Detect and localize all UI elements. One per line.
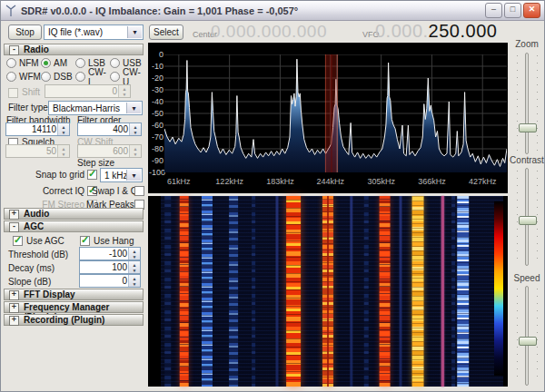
section-header-frequency-manager[interactable]: + Frequency Manager (Plugin) bbox=[4, 301, 144, 313]
threshold-label: Threshold (dB) bbox=[8, 250, 68, 260]
expand-icon[interactable]: + bbox=[9, 316, 19, 326]
y-tick-label: -60 bbox=[149, 121, 164, 130]
waterfall-signal-stripe bbox=[286, 196, 301, 387]
filter-type-select[interactable]: Blackman-Harris ▾ bbox=[48, 101, 143, 115]
contrast-slider-thumb[interactable] bbox=[519, 216, 537, 225]
waterfall-signal-stripe bbox=[411, 196, 423, 387]
spinner-icon[interactable]: ▲▼ bbox=[128, 248, 140, 260]
contrast-slider-label: Contrast bbox=[508, 155, 545, 165]
spectrum-plot[interactable] bbox=[164, 54, 507, 172]
swap-iq-label: Swap I & Q bbox=[92, 186, 132, 196]
filter-order-input[interactable]: 400 ▲▼ bbox=[77, 122, 142, 136]
waterfall-display[interactable] bbox=[148, 196, 508, 387]
squelch-input[interactable]: 50 ▲▼ bbox=[5, 144, 70, 158]
waterfall-signal-stripe bbox=[252, 196, 255, 387]
mode-option-nfm[interactable]: NFM bbox=[6, 56, 41, 70]
stop-button[interactable]: Stop bbox=[8, 24, 42, 40]
snap-to-grid-checkbox[interactable] bbox=[87, 170, 97, 180]
chevron-down-icon[interactable]: ▾ bbox=[126, 170, 141, 181]
spinner-icon[interactable]: ▲▼ bbox=[57, 145, 69, 157]
speed-slider[interactable] bbox=[525, 286, 529, 386]
maximize-button[interactable]: □ bbox=[504, 3, 521, 18]
correct-iq-label: Correct IQ bbox=[8, 186, 84, 196]
shift-checkbox[interactable] bbox=[8, 88, 18, 98]
section-header-recording[interactable]: + Recording (Plugin) bbox=[4, 314, 144, 326]
waterfall-signal-stripe bbox=[400, 196, 402, 387]
decay-input[interactable]: 100 ▲▼ bbox=[79, 260, 141, 274]
collapse-icon[interactable]: - bbox=[9, 45, 19, 55]
speed-slider-ticks bbox=[517, 289, 518, 383]
contrast-slider[interactable] bbox=[525, 168, 529, 266]
shift-input[interactable]: 0 ▲▼ bbox=[45, 84, 131, 98]
decay-label: Decay (ms) bbox=[8, 263, 54, 273]
chevron-down-icon[interactable]: ▾ bbox=[127, 26, 142, 38]
zoom-slider-ticks bbox=[517, 55, 518, 152]
source-select[interactable]: IQ file (*.wav) ▾ bbox=[44, 24, 144, 40]
step-size-label: Step size bbox=[77, 158, 114, 168]
radio-button bbox=[110, 72, 120, 82]
source-select-value: IQ file (*.wav) bbox=[48, 27, 103, 37]
mode-option-am[interactable]: AM bbox=[41, 56, 75, 70]
spinner-icon[interactable]: ▲▼ bbox=[57, 123, 69, 135]
radio-button bbox=[6, 72, 16, 82]
radio-button bbox=[75, 58, 85, 68]
filter-bandwidth-input[interactable]: 14110 ▲▼ bbox=[5, 122, 70, 136]
section-header-radio[interactable]: - Radio bbox=[4, 44, 144, 55]
vfo-leading-zeros: 0.000. bbox=[375, 21, 429, 41]
spinner-icon[interactable]: ▲▼ bbox=[128, 275, 140, 287]
mode-option-cw-l[interactable]: CW-L bbox=[75, 70, 110, 83]
use-agc-checkbox[interactable] bbox=[13, 236, 23, 246]
threshold-input[interactable]: -100 ▲▼ bbox=[79, 247, 141, 260]
minimize-button[interactable]: – bbox=[485, 3, 502, 18]
spinner-icon[interactable]: ▲▼ bbox=[129, 145, 141, 157]
x-tick-label: 366kHz bbox=[418, 177, 446, 186]
cw-shift-input[interactable]: 600 ▲▼ bbox=[77, 144, 142, 158]
filter-type-label: Filter type bbox=[8, 103, 48, 113]
radio-button bbox=[41, 72, 51, 82]
y-tick-label: -70 bbox=[149, 132, 164, 142]
fft-spectrum-display[interactable]: 0-10-20-30-40-50-60-70-80-90-100 61kHz12… bbox=[148, 43, 508, 193]
swap-iq-checkbox[interactable] bbox=[134, 186, 144, 196]
slope-input[interactable]: 0 ▲▼ bbox=[79, 274, 141, 288]
radio-button bbox=[6, 58, 16, 68]
title-bar[interactable]: SDR# v0.0.0.0 - IQ Imbalance: Gain = 1,0… bbox=[1, 1, 544, 21]
zoom-slider[interactable] bbox=[525, 53, 529, 154]
collapse-icon[interactable]: - bbox=[9, 222, 19, 232]
section-header-fft-display[interactable]: + FFT Display bbox=[4, 289, 144, 300]
y-tick-label: -40 bbox=[149, 97, 164, 106]
section-header-audio[interactable]: + Audio bbox=[4, 208, 144, 220]
mode-label: DSB bbox=[54, 72, 73, 82]
y-tick-label: -20 bbox=[149, 74, 164, 83]
expand-icon[interactable]: + bbox=[9, 290, 19, 300]
step-size-select[interactable]: 1 kHz ▾ bbox=[100, 168, 143, 182]
use-hang-checkbox[interactable] bbox=[80, 236, 90, 246]
x-tick-label: 61kHz bbox=[167, 177, 191, 186]
speed-slider-thumb[interactable] bbox=[519, 337, 537, 346]
center-frequency-value[interactable]: 0.000.000.000 bbox=[211, 22, 327, 42]
mode-option-cw-u[interactable]: CW-U bbox=[110, 70, 144, 83]
spinner-icon[interactable]: ▲▼ bbox=[118, 85, 130, 97]
waterfall-signal-stripe bbox=[179, 196, 189, 387]
expand-icon[interactable]: + bbox=[9, 303, 19, 313]
spinner-icon[interactable]: ▲▼ bbox=[129, 123, 141, 135]
close-button[interactable]: ✕ bbox=[523, 3, 540, 18]
zoom-slider-thumb[interactable] bbox=[519, 123, 537, 132]
chevron-down-icon[interactable]: ▾ bbox=[126, 103, 141, 113]
spinner-icon[interactable]: ▲▼ bbox=[128, 261, 140, 273]
use-hang-label: Use Hang bbox=[94, 236, 134, 246]
use-agc-label: Use AGC bbox=[26, 236, 64, 246]
waterfall-signal-stripe bbox=[229, 196, 238, 387]
expand-icon[interactable]: + bbox=[9, 210, 19, 220]
section-header-agc[interactable]: - AGC bbox=[4, 220, 144, 232]
select-button[interactable]: Select bbox=[149, 24, 183, 40]
speed-slider-label: Speed bbox=[508, 273, 545, 283]
mode-option-dsb[interactable]: DSB bbox=[41, 70, 75, 83]
y-tick-label: -90 bbox=[149, 156, 164, 165]
mode-option-wfm[interactable]: WFM bbox=[6, 70, 41, 83]
waterfall-signal-stripe bbox=[364, 196, 369, 387]
snap-to-grid-label: Snap to grid bbox=[8, 170, 84, 180]
x-tick-label: 305kHz bbox=[367, 177, 395, 186]
vfo-frequency-value[interactable]: 0.000.250.000 bbox=[375, 21, 497, 42]
speed-slider-ticks bbox=[537, 289, 538, 383]
waterfall-data-area[interactable] bbox=[161, 196, 503, 387]
